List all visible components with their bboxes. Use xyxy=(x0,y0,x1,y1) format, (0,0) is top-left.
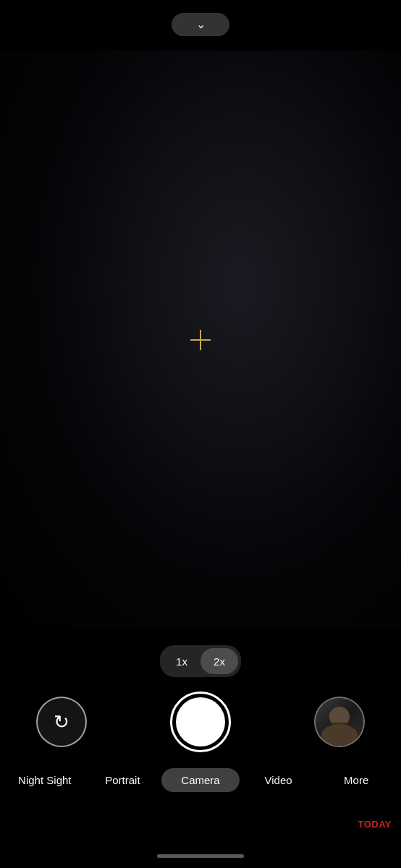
chevron-down-button[interactable]: ⌄ xyxy=(172,13,229,36)
camera-controls-panel: 1x 2x ↻ Night Sight Portrait Camera Vide… xyxy=(0,629,401,868)
focus-crosshair xyxy=(190,330,211,350)
mode-tab-portrait[interactable]: Portrait xyxy=(84,768,162,792)
shutter-button[interactable] xyxy=(170,692,231,752)
gallery-thumbnail-button[interactable] xyxy=(314,697,365,747)
camera-action-controls: ↻ xyxy=(0,692,401,752)
flip-camera-button[interactable]: ↻ xyxy=(36,697,87,747)
home-indicator xyxy=(157,854,244,858)
mode-tab-more[interactable]: More xyxy=(317,768,395,792)
chevron-down-icon: ⌄ xyxy=(196,19,206,30)
camera-mode-tabs: Night Sight Portrait Camera Video More xyxy=(0,768,401,792)
shutter-inner-circle xyxy=(176,697,225,746)
mode-tab-camera[interactable]: Camera xyxy=(161,768,240,792)
zoom-selector: 1x 2x xyxy=(160,645,241,677)
mode-tab-night-sight[interactable]: Night Sight xyxy=(6,768,84,792)
today-watermark: TODAY xyxy=(355,818,394,830)
flip-camera-icon: ↻ xyxy=(54,711,69,733)
gallery-thumbnail-image xyxy=(316,698,363,746)
mode-tab-video[interactable]: Video xyxy=(240,768,318,792)
thumbnail-person-body xyxy=(321,724,358,746)
zoom-1x-button[interactable]: 1x xyxy=(163,648,200,674)
zoom-2x-button[interactable]: 2x xyxy=(200,648,238,674)
camera-viewfinder xyxy=(0,51,401,629)
